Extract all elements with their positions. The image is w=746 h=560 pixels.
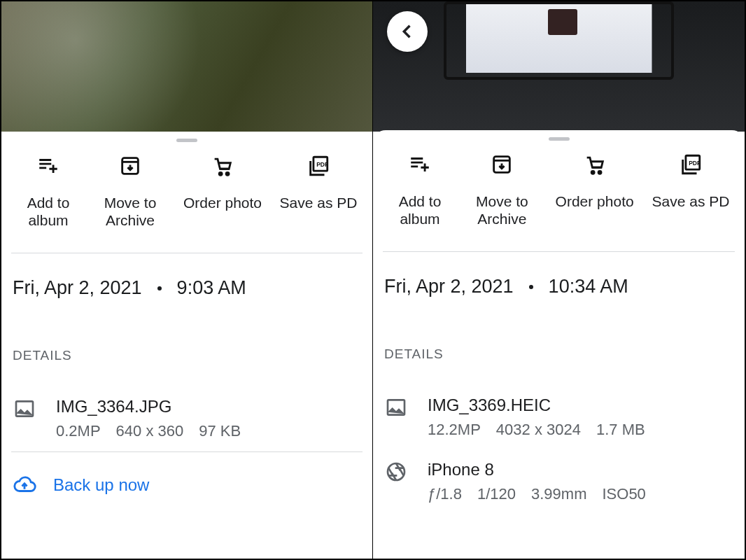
svg-point-2 — [226, 172, 229, 175]
datetime-row[interactable]: Fri, Apr 2, 2021 10:34 AM — [373, 276, 745, 298]
add-to-album-button[interactable]: Add to album — [10, 153, 87, 229]
file-size: 1.7 MB — [596, 421, 645, 439]
pdf-icon: PDF — [306, 153, 331, 178]
file-detail-row: IMG_3369.HEIC 12.2MP 4032 x 3024 1.7 MB — [373, 396, 745, 439]
camera-focal: 3.99mm — [531, 485, 586, 503]
photo-thumbnail[interactable] — [373, 1, 745, 132]
photo-image — [373, 1, 745, 132]
back-button[interactable] — [387, 11, 428, 52]
backup-now-button[interactable]: Back up now — [1, 473, 372, 497]
details-heading: DETAILS — [373, 346, 745, 362]
camera-iso: ISO50 — [602, 485, 645, 503]
add-to-album-button[interactable]: Add to album — [381, 152, 458, 227]
action-label: Save as PD — [652, 192, 730, 210]
sheet-grabber[interactable] — [549, 137, 570, 141]
divider — [11, 451, 363, 452]
camera-shutter: 1/120 — [477, 485, 516, 503]
details-heading: DETAILS — [1, 348, 372, 363]
file-detail-text: IMG_3364.JPG 0.2MP 640 x 360 97 KB — [56, 397, 241, 440]
move-to-archive-button[interactable]: Move to Archive — [88, 153, 172, 229]
archive-icon — [489, 152, 514, 177]
camera-aperture: ƒ/1.8 — [428, 485, 462, 503]
sheet-grabber[interactable] — [176, 139, 197, 142]
info-sheet: Add to album Move to Archive Order photo… — [1, 132, 372, 559]
action-row: Add to album Move to Archive Order photo… — [1, 153, 372, 229]
dot-separator — [157, 286, 162, 290]
save-as-pdf-button[interactable]: PDF Save as PD — [273, 153, 364, 229]
action-label: Move to Archive — [104, 194, 157, 229]
move-to-archive-button[interactable]: Move to Archive — [460, 152, 544, 227]
svg-point-7 — [591, 171, 594, 174]
image-icon — [384, 396, 408, 419]
playlist-add-icon — [407, 152, 432, 177]
divider — [383, 251, 735, 252]
file-megapixels: 0.2MP — [56, 422, 101, 440]
svg-text:PDF: PDF — [316, 161, 328, 168]
svg-text:PDF: PDF — [689, 160, 701, 167]
action-label: Order photo — [556, 192, 634, 210]
action-row: Add to album Move to Archive Order photo… — [373, 152, 745, 227]
order-photo-button[interactable]: Order photo — [546, 152, 644, 227]
file-size: 97 KB — [199, 422, 241, 440]
cart-icon — [582, 152, 607, 177]
camera-model: iPhone 8 — [428, 460, 646, 479]
action-label: Save as PD — [280, 194, 358, 211]
file-name: IMG_3364.JPG — [56, 397, 241, 416]
cart-icon — [210, 153, 235, 178]
chevron-left-icon — [397, 22, 417, 41]
action-label: Move to Archive — [476, 192, 528, 227]
order-photo-button[interactable]: Order photo — [174, 153, 272, 229]
info-sheet: Add to album Move to Archive Order photo… — [373, 130, 745, 559]
pdf-icon: PDF — [678, 152, 703, 177]
file-dimensions: 4032 x 3024 — [496, 421, 581, 439]
svg-point-8 — [598, 171, 601, 174]
datetime-row[interactable]: Fri, Apr 2, 2021 9:03 AM — [1, 277, 372, 299]
file-detail-text: IMG_3369.HEIC 12.2MP 4032 x 3024 1.7 MB — [428, 396, 645, 439]
camera-detail-row: iPhone 8 ƒ/1.8 1/120 3.99mm ISO50 — [373, 460, 745, 503]
file-name: IMG_3369.HEIC — [428, 396, 645, 415]
camera-detail-text: iPhone 8 ƒ/1.8 1/120 3.99mm ISO50 — [428, 460, 646, 503]
photo-image — [1, 1, 372, 132]
image-icon — [13, 397, 36, 421]
svg-point-1 — [219, 172, 222, 175]
file-megapixels: 12.2MP — [428, 421, 481, 439]
file-detail-row: IMG_3364.JPG 0.2MP 640 x 360 97 KB — [1, 397, 372, 440]
action-label: Add to album — [399, 192, 442, 227]
action-label: Order photo — [183, 194, 262, 211]
photo-info-panel-left: Add to album Move to Archive Order photo… — [1, 1, 373, 559]
photo-date: Fri, Apr 2, 2021 — [13, 277, 142, 299]
archive-icon — [118, 153, 143, 178]
photo-time: 10:34 AM — [549, 276, 628, 298]
photo-info-panel-right: Add to album Move to Archive Order photo… — [373, 1, 745, 559]
playlist-add-icon — [36, 153, 61, 178]
backup-label: Back up now — [53, 475, 149, 495]
aperture-icon — [384, 460, 408, 484]
save-as-pdf-button[interactable]: PDF Save as PD — [645, 152, 736, 227]
dot-separator — [529, 285, 533, 289]
divider — [11, 253, 363, 253]
action-label: Add to album — [27, 194, 70, 229]
file-dimensions: 640 x 360 — [116, 422, 184, 440]
photo-thumbnail[interactable] — [1, 1, 372, 132]
photo-date: Fri, Apr 2, 2021 — [384, 276, 514, 298]
photo-time: 9:03 AM — [177, 277, 246, 299]
